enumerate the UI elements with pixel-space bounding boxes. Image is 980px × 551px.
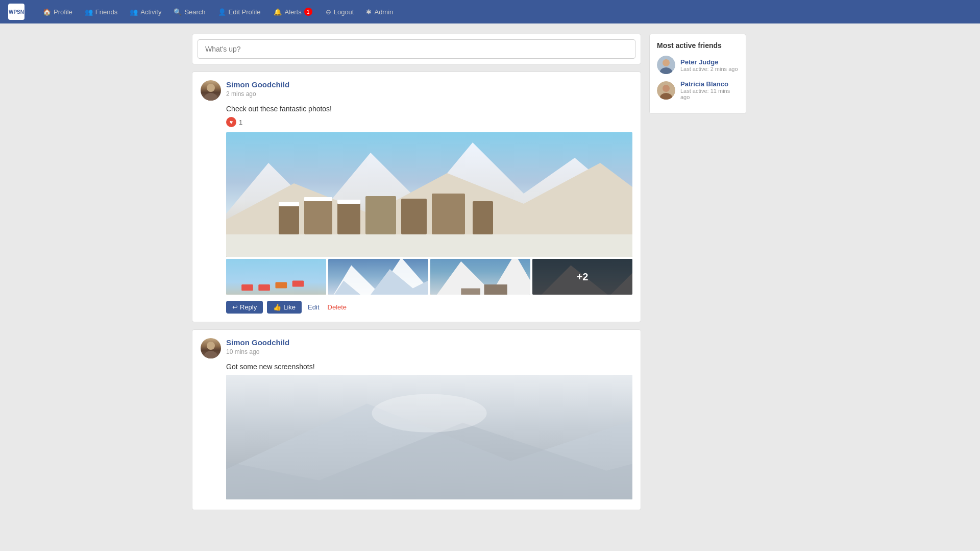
- post-card-2: Simon Goodchild 10 mins ago Got some new…: [192, 329, 641, 510]
- like-count-1: 1: [239, 118, 242, 126]
- brand-logo: WPSN: [8, 4, 24, 20]
- friend-2-name[interactable]: Patricia Blanco: [680, 80, 739, 88]
- heart-icon-1[interactable]: ♥: [226, 117, 236, 127]
- post-1-author[interactable]: Simon Goodchild: [226, 80, 289, 89]
- svg-rect-5: [279, 204, 299, 234]
- like-thumb-icon-1: 👍: [273, 303, 281, 311]
- svg-rect-6: [304, 199, 332, 234]
- activity-icon: 👥: [130, 8, 138, 16]
- post-2-main-image[interactable]: [226, 375, 632, 499]
- post-1-time: 2 mins ago: [226, 90, 289, 98]
- svg-rect-16: [226, 234, 632, 257]
- post-thumb-1[interactable]: [226, 259, 326, 295]
- navbar: WPSN 🏠 Profile 👥 Friends 👥 Activity 🔍 Se…: [0, 0, 980, 23]
- svg-point-42: [663, 85, 670, 92]
- post-1-actions: ↩ Reply 👍 Like Edit Delete: [226, 301, 632, 314]
- nav-label-logout: Logout: [334, 8, 354, 16]
- svg-point-1: [204, 93, 217, 101]
- post-1-avatar: [201, 80, 221, 101]
- admin-icon: ✱: [366, 8, 372, 16]
- post-1-main-image[interactable]: [226, 132, 632, 257]
- post-thumb-4[interactable]: +2: [532, 259, 632, 295]
- nav-label-search: Search: [184, 8, 205, 16]
- nav-label-edit-profile: Edit Profile: [229, 8, 261, 16]
- nav-items: 🏠 Profile 👥 Friends 👥 Activity 🔍 Search …: [37, 5, 972, 19]
- nav-item-alerts[interactable]: 🔔 Alerts 1: [266, 5, 319, 19]
- svg-rect-9: [401, 199, 427, 234]
- svg-point-0: [207, 84, 215, 92]
- sidebar-title: Most active friends: [657, 41, 739, 50]
- alerts-icon: 🔔: [274, 8, 282, 16]
- svg-point-37: [372, 394, 486, 433]
- svg-rect-12: [279, 202, 299, 206]
- post-card-1: Simon Goodchild 2 mins ago Check out the…: [192, 71, 641, 322]
- svg-point-39: [663, 59, 670, 66]
- post-1-text: Check out these fantastic photos!: [226, 105, 632, 113]
- svg-rect-21: [292, 281, 304, 287]
- post-1-likes: ♥ 1: [226, 117, 632, 127]
- post-thumb-overlay: +2: [532, 259, 632, 295]
- svg-rect-13: [304, 197, 332, 201]
- svg-rect-28: [484, 284, 507, 295]
- nav-label-friends: Friends: [95, 8, 117, 16]
- svg-rect-20: [275, 282, 287, 289]
- svg-rect-18: [241, 284, 253, 291]
- edit-profile-icon: 👤: [218, 8, 226, 16]
- reply-button-1[interactable]: ↩ Reply: [226, 301, 263, 314]
- post-2-author[interactable]: Simon Goodchild: [226, 338, 289, 347]
- delete-button-1[interactable]: Delete: [326, 301, 349, 314]
- alerts-badge: 1: [304, 8, 312, 16]
- reply-icon-1: ↩: [232, 303, 238, 311]
- friend-item-1: Peter Judge Last active: 2 mins ago: [657, 56, 739, 74]
- post-2-time: 10 mins ago: [226, 348, 289, 355]
- svg-point-32: [207, 342, 215, 350]
- friend-1-name[interactable]: Peter Judge: [680, 58, 738, 66]
- brand: WPSN: [8, 4, 24, 20]
- svg-point-33: [204, 351, 217, 358]
- nav-label-activity: Activity: [140, 8, 161, 16]
- status-box: [192, 34, 641, 64]
- svg-rect-8: [365, 196, 396, 234]
- svg-rect-11: [473, 201, 493, 234]
- svg-rect-7: [337, 201, 360, 234]
- post-1-thumbs: +2: [226, 259, 632, 295]
- like-button-1[interactable]: 👍 Like: [267, 301, 302, 314]
- post-2-text: Got some new screenshots!: [226, 363, 632, 371]
- friends-icon: 👥: [85, 8, 93, 16]
- post-thumb-3[interactable]: [430, 259, 530, 295]
- nav-label-alerts: Alerts: [284, 8, 301, 16]
- svg-rect-17: [226, 259, 326, 295]
- nav-item-profile[interactable]: 🏠 Profile: [37, 5, 79, 19]
- nav-item-activity[interactable]: 👥 Activity: [124, 5, 167, 19]
- nav-item-edit-profile[interactable]: 👤 Edit Profile: [212, 5, 267, 19]
- post-thumb-2[interactable]: [328, 259, 428, 295]
- friend-2-status: Last active: 11 mins ago: [680, 88, 739, 100]
- nav-label-profile: Profile: [54, 8, 72, 16]
- edit-button-1[interactable]: Edit: [306, 301, 321, 314]
- home-icon: 🏠: [43, 8, 51, 16]
- nav-item-friends[interactable]: 👥 Friends: [79, 5, 124, 19]
- most-active-friends-card: Most active friends Peter Judge Last act…: [649, 34, 746, 114]
- friend-2-avatar[interactable]: [657, 81, 675, 100]
- status-input[interactable]: [198, 39, 635, 59]
- post-2-avatar: [201, 338, 221, 358]
- friend-item-2: Patricia Blanco Last active: 11 mins ago: [657, 80, 739, 100]
- nav-label-admin: Admin: [374, 8, 393, 16]
- svg-rect-27: [461, 289, 480, 295]
- svg-rect-19: [258, 284, 270, 291]
- friend-1-avatar[interactable]: [657, 56, 675, 74]
- friend-1-status: Last active: 2 mins ago: [680, 66, 738, 72]
- search-nav-icon: 🔍: [174, 8, 182, 16]
- nav-item-logout[interactable]: ⊖ Logout: [320, 5, 360, 19]
- svg-rect-10: [432, 194, 465, 234]
- nav-item-admin[interactable]: ✱ Admin: [360, 5, 399, 19]
- logout-icon: ⊖: [326, 8, 331, 16]
- svg-rect-14: [337, 200, 360, 204]
- nav-item-search[interactable]: 🔍 Search: [167, 5, 211, 19]
